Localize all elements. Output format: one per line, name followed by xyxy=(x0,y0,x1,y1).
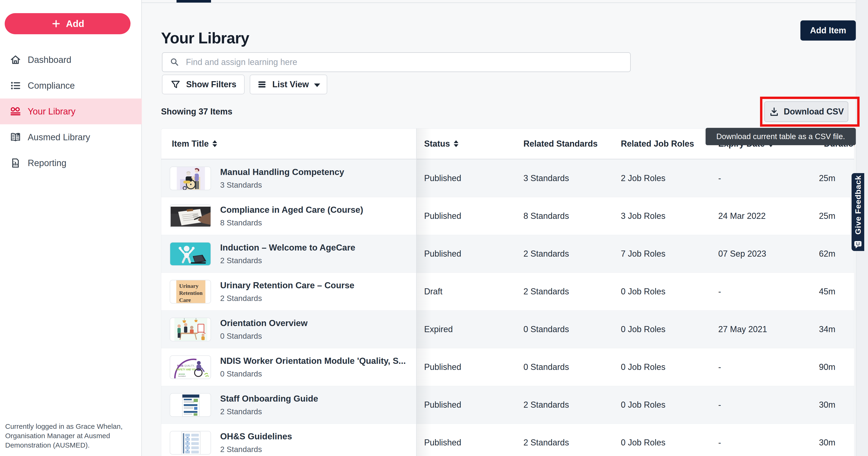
related-standards-cell: 2 Standards xyxy=(516,400,613,410)
sort-icon xyxy=(454,140,458,147)
sidebar-item-ausmed-library[interactable]: Ausmed Library xyxy=(0,124,142,150)
library-items-table: Item Title Status Related Standards Rela… xyxy=(161,128,855,456)
item-thumbnail xyxy=(170,204,211,228)
figure-laptop-teal xyxy=(170,242,211,266)
sidebar-item-your-library[interactable]: Your Library xyxy=(0,99,142,124)
download-icon xyxy=(769,106,779,117)
column-header-status[interactable]: Status xyxy=(416,139,516,149)
related-standards-cell: 2 Standards xyxy=(516,438,613,448)
table-row[interactable]: UrinaryRetentionCare Urinary Retention C… xyxy=(161,272,854,310)
duration-cell: 62m xyxy=(816,249,854,259)
status-cell: Published xyxy=(416,211,516,221)
table-row[interactable]: Induction – Welcome to AgeCare 2 Standar… xyxy=(161,235,854,272)
search-bar xyxy=(162,52,631,72)
related-standards-cell: 2 Standards xyxy=(516,249,613,259)
expiry-date-cell: 27 May 2021 xyxy=(711,324,816,334)
related-job-roles-cell: 0 Job Roles xyxy=(613,324,711,334)
related-job-roles-cell: 0 Job Roles xyxy=(613,400,711,410)
svg-text:NDIS: NDIS xyxy=(177,364,183,367)
table-row[interactable]: Staff Onboarding Guide 2 Standards Publi… xyxy=(161,386,854,424)
status-cell: Draft xyxy=(416,287,516,296)
table-row[interactable]: OH&S Guidelines 2 Standards Published 2 … xyxy=(161,424,854,456)
home-icon xyxy=(9,54,22,66)
item-title: Staff Onboarding Guide xyxy=(220,394,318,404)
related-job-roles-cell: 0 Job Roles xyxy=(613,287,711,296)
sort-icon xyxy=(212,140,217,147)
add-button[interactable]: Add xyxy=(5,13,130,34)
related-standards-cell: 3 Standards xyxy=(516,173,613,183)
expiry-date-cell: - xyxy=(711,438,816,448)
item-title: NDIS Worker Orientation Module 'Quality,… xyxy=(220,356,406,366)
item-title: Induction – Welcome to AgeCare xyxy=(220,242,355,253)
item-thumbnail xyxy=(170,393,211,417)
feedback-smiley-icon xyxy=(854,240,862,249)
column-header-related-job-roles: Related Job Roles xyxy=(613,139,711,149)
item-standards-count: 0 Standards xyxy=(220,369,406,378)
status-cell: Expired xyxy=(416,324,516,334)
duration-cell: 45m xyxy=(816,287,854,296)
related-job-roles-cell: 3 Job Roles xyxy=(613,211,711,221)
list-icon xyxy=(9,79,22,92)
related-job-roles-cell: 0 Job Roles xyxy=(613,362,711,372)
duration-cell: 90m xyxy=(816,362,854,372)
item-title: Manual Handling Competency xyxy=(220,167,344,177)
related-job-roles-cell: 2 Job Roles xyxy=(613,173,711,183)
urinary-retention-cover: UrinaryRetentionCare xyxy=(170,280,211,303)
logged-in-status: Currently logged in as Grace Whelan, Org… xyxy=(5,422,132,450)
sidebar-item-reporting[interactable]: Reporting xyxy=(0,150,142,176)
related-standards-cell: 8 Standards xyxy=(516,211,613,221)
related-standards-cell: 0 Standards xyxy=(516,324,613,334)
item-standards-count: 2 Standards xyxy=(220,407,318,416)
chevron-down-icon xyxy=(314,84,320,87)
svg-text:Care: Care xyxy=(179,297,191,303)
sidebar-item-label: Ausmed Library xyxy=(28,132,90,142)
table-row[interactable]: Orientation Overview 0 Standards Expired… xyxy=(161,310,854,348)
item-thumbnail xyxy=(170,431,211,455)
expiry-date-cell: - xyxy=(711,287,816,296)
item-thumbnail xyxy=(170,242,211,266)
table-row[interactable]: Manual Handling Competency 3 Standards P… xyxy=(161,159,854,197)
give-feedback-tab[interactable]: Give Feedback xyxy=(851,173,864,251)
item-standards-count: 2 Standards xyxy=(220,294,354,303)
item-thumbnail: NDISQUALITY,SAFETY AND YOUaccessfoundati… xyxy=(170,355,211,379)
svg-text:QUALITY,: QUALITY, xyxy=(184,364,194,367)
related-job-roles-cell: 7 Job Roles xyxy=(613,249,711,259)
plus-icon xyxy=(51,19,61,29)
expiry-date-cell: 07 Sep 2023 xyxy=(711,249,816,259)
sidebar-item-dashboard[interactable]: Dashboard xyxy=(0,47,142,73)
item-standards-count: 2 Standards xyxy=(220,256,355,265)
list-view-dropdown[interactable]: List View xyxy=(250,74,327,94)
download-csv-button[interactable]: Download CSV xyxy=(764,101,848,122)
top-divider xyxy=(142,2,868,3)
active-tab-underline xyxy=(177,0,211,3)
svg-text:SAFETY AND YOU: SAFETY AND YOU xyxy=(176,368,197,371)
show-filters-button[interactable]: Show Filters xyxy=(162,74,245,94)
column-header-item-title[interactable]: Item Title xyxy=(161,139,416,149)
filter-funnel-icon xyxy=(170,79,181,90)
duration-cell: 25m xyxy=(816,211,854,221)
sidebar-item-compliance[interactable]: Compliance xyxy=(0,73,142,99)
duration-cell: 25m xyxy=(816,173,854,183)
related-standards-cell: 0 Standards xyxy=(516,362,613,372)
open-book-icon xyxy=(9,131,22,143)
search-input[interactable] xyxy=(185,57,623,67)
item-standards-count: 0 Standards xyxy=(220,332,308,340)
item-thumbnail xyxy=(170,318,211,341)
sidebar-item-label: Dashboard xyxy=(28,55,71,65)
search-icon xyxy=(169,57,180,67)
expiry-date-cell: - xyxy=(711,400,816,410)
status-cell: Published xyxy=(416,173,516,183)
status-cell: Published xyxy=(416,438,516,448)
add-item-button[interactable]: Add Item xyxy=(800,21,856,40)
table-row[interactable]: NDISQUALITY,SAFETY AND YOUaccessfoundati… xyxy=(161,348,854,386)
expiry-date-cell: - xyxy=(711,362,816,372)
item-title: Urinary Retention Care – Course xyxy=(220,280,354,291)
page-title: Your Library xyxy=(161,29,249,47)
manual-handling-illustration xyxy=(170,167,211,190)
sidebar-item-label: Your Library xyxy=(28,106,75,117)
add-button-label: Add xyxy=(66,19,84,29)
related-standards-cell: 2 Standards xyxy=(516,287,613,296)
table-row[interactable]: Compliance in Aged Care (Course) 8 Stand… xyxy=(161,197,854,235)
svg-text:Urinary: Urinary xyxy=(179,283,198,289)
item-thumbnail xyxy=(170,167,211,190)
